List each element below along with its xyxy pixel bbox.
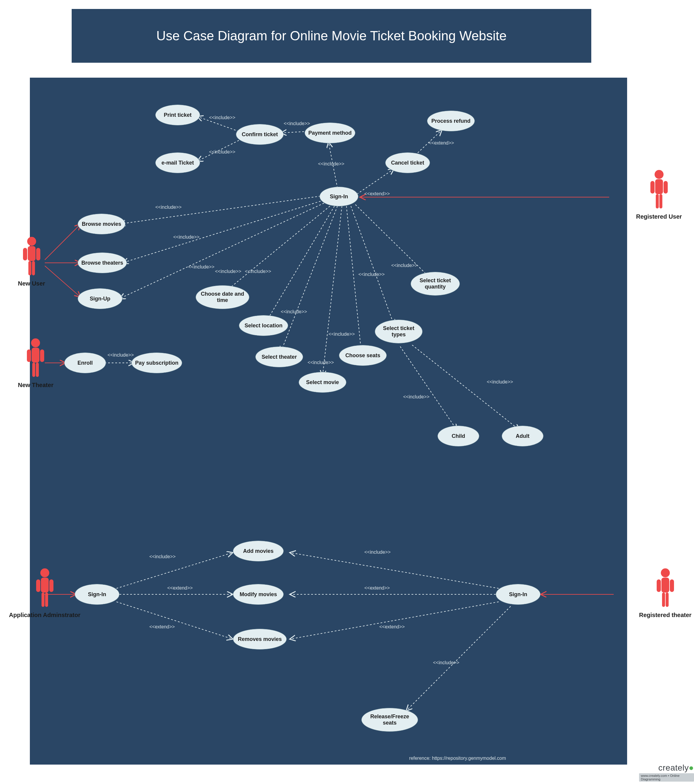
edge-include: <<include>> — [188, 264, 214, 270]
svg-line-24 — [289, 602, 499, 639]
svg-rect-36 — [36, 248, 40, 260]
svg-rect-42 — [664, 181, 668, 194]
svg-line-11 — [281, 206, 337, 352]
edge-include: <<include>> — [149, 554, 176, 559]
svg-line-7 — [122, 200, 324, 263]
edge-extend: <<extend>> — [149, 624, 175, 629]
svg-rect-38 — [32, 261, 35, 275]
svg-point-33 — [27, 237, 36, 246]
svg-rect-52 — [41, 578, 49, 593]
svg-point-39 — [655, 170, 664, 179]
edge-include: <<include>> — [359, 272, 385, 277]
usecase-email-ticket: e-mail Ticket — [155, 152, 200, 173]
edge-extend: <<extend>> — [379, 624, 405, 629]
svg-line-12 — [322, 206, 342, 376]
svg-rect-34 — [28, 246, 36, 261]
svg-rect-50 — [36, 362, 39, 377]
edge-include: <<include>> — [433, 660, 459, 665]
usecase-browse-theaters: Browse theaters — [77, 252, 127, 273]
edge-include: <<include>> — [209, 149, 235, 155]
svg-rect-54 — [49, 580, 53, 592]
actor-new-theater: New Theater — [18, 338, 53, 389]
actor-registered-theater: Registered theater — [639, 567, 692, 619]
usecase-sign-up: Sign-Up — [77, 288, 122, 309]
edge-include: <<include>> — [329, 331, 355, 337]
svg-rect-53 — [36, 580, 40, 592]
svg-rect-37 — [28, 261, 31, 275]
svg-line-26 — [45, 224, 81, 260]
svg-line-9 — [224, 206, 330, 293]
edge-include: <<include>> — [487, 379, 513, 385]
svg-line-2 — [281, 132, 308, 133]
edge-include: <<include>> — [364, 550, 391, 555]
actor-app-admin: Application Adminstrator — [9, 567, 81, 619]
edge-include: <<include>> — [391, 263, 418, 268]
usecase-adult: Adult — [502, 426, 543, 446]
usecase-browse-movies: Browse movies — [77, 214, 125, 234]
diagram-canvas: Print ticket Confirm ticket Payment meth… — [30, 77, 627, 764]
usecase-select-theater: Select theater — [255, 346, 303, 367]
usecase-select-ticket-qty: Select ticket quantity — [411, 272, 460, 296]
usecase-removes-movies: Removes movies — [233, 629, 287, 650]
svg-rect-35 — [23, 248, 27, 260]
svg-line-15 — [355, 204, 433, 281]
edge-include: <<include>> — [215, 269, 241, 274]
edge-include: <<include>> — [155, 204, 182, 210]
svg-rect-49 — [32, 362, 35, 377]
svg-rect-58 — [661, 578, 669, 593]
svg-line-21 — [117, 602, 233, 639]
svg-rect-62 — [666, 593, 669, 607]
edge-extend: <<extend>> — [167, 585, 192, 591]
person-icon — [25, 338, 46, 379]
usecase-modify-movies: Modify movies — [233, 584, 284, 605]
svg-line-17 — [412, 345, 520, 430]
person-icon — [35, 567, 55, 609]
svg-rect-41 — [650, 181, 655, 194]
svg-rect-40 — [655, 179, 663, 194]
svg-line-22 — [289, 553, 499, 588]
usecase-choose-date-time: Choose date and time — [196, 285, 249, 309]
svg-line-13 — [346, 206, 361, 352]
edge-include: <<include>> — [308, 360, 334, 365]
usecase-confirm-ticket: Confirm ticket — [236, 124, 284, 145]
usecase-sign-in-top: Sign-In — [319, 187, 359, 206]
svg-point-45 — [31, 338, 40, 348]
svg-line-25 — [406, 606, 511, 711]
svg-point-57 — [661, 568, 670, 577]
svg-rect-46 — [32, 348, 39, 362]
svg-rect-59 — [657, 580, 661, 592]
svg-rect-47 — [27, 349, 31, 362]
svg-rect-48 — [40, 349, 44, 362]
edge-include: <<include>> — [403, 394, 429, 400]
person-icon — [649, 169, 669, 211]
edge-include: <<include>> — [281, 309, 307, 315]
svg-line-6 — [120, 196, 324, 224]
edge-include: <<include>> — [245, 269, 271, 274]
svg-line-8 — [120, 203, 324, 299]
usecase-cancel-ticket: Cancel ticket — [385, 152, 430, 173]
usecase-add-movies: Add movies — [233, 540, 284, 562]
usecase-select-movie: Select movie — [299, 372, 346, 393]
actor-label: Registered User — [636, 213, 682, 220]
edge-extend: <<extend>> — [364, 191, 390, 196]
svg-rect-56 — [45, 593, 48, 607]
svg-rect-44 — [659, 194, 662, 209]
usecase-enroll: Enroll — [64, 352, 106, 373]
actor-registered-user: Registered User — [636, 169, 682, 220]
usecase-process-refund: Process refund — [427, 110, 475, 132]
usecase-payment-method: Payment method — [304, 122, 355, 143]
actor-label: New User — [18, 280, 45, 287]
edge-include: <<include>> — [209, 115, 235, 120]
usecase-release-freeze: Release/Freeze seats — [361, 708, 418, 732]
svg-line-14 — [351, 206, 394, 326]
actor-label: Registered theater — [639, 612, 692, 619]
usecase-choose-seats: Choose seats — [339, 345, 387, 366]
usecase-sign-in-left: Sign-In — [75, 584, 120, 605]
usecase-child: Child — [437, 426, 479, 446]
svg-line-28 — [45, 266, 81, 297]
svg-line-16 — [400, 346, 457, 430]
edge-extend: <<extend>> — [429, 140, 454, 146]
reference-text: reference: https://repository.genmymodel… — [409, 756, 506, 761]
edge-include: <<include>> — [107, 352, 134, 358]
svg-point-51 — [40, 568, 49, 577]
